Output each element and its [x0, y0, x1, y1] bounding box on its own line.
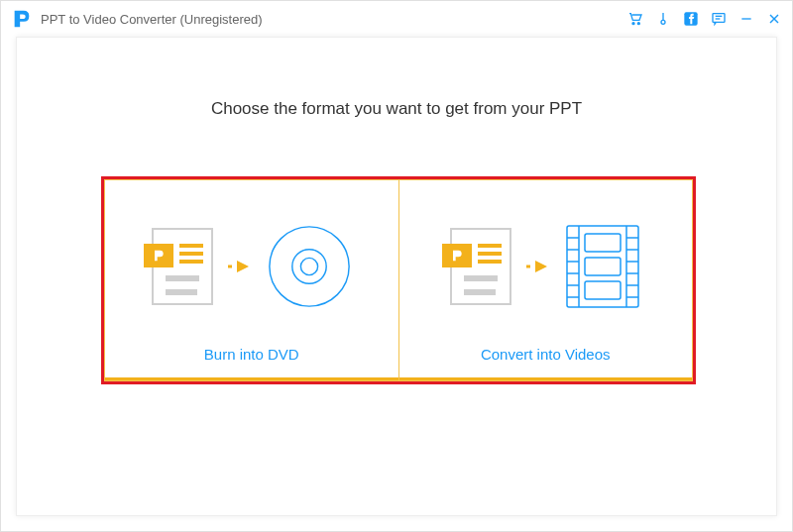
feedback-icon[interactable] [711, 11, 727, 27]
svg-point-0 [632, 23, 634, 25]
ppt-document-icon [152, 228, 213, 305]
svg-rect-4 [713, 14, 725, 23]
convert-video-card[interactable]: Convert into Videos [398, 179, 694, 381]
arrow-icon [525, 259, 551, 274]
instruction-heading: Choose the format you want to get from y… [17, 99, 776, 119]
app-title: PPT to Video Converter (Unregistered) [41, 12, 263, 27]
svg-rect-20 [585, 281, 621, 299]
close-button[interactable] [766, 11, 782, 27]
card-underline [105, 377, 398, 380]
svg-point-13 [300, 258, 317, 274]
titlebar: PPT to Video Converter (Unregistered) [1, 1, 792, 37]
convert-video-label: Convert into Videos [399, 332, 693, 380]
dvd-disc-icon [267, 224, 352, 309]
minimize-button[interactable] [738, 11, 754, 27]
thermometer-icon[interactable] [655, 11, 671, 27]
burn-dvd-label: Burn into DVD [105, 332, 398, 380]
app-logo-icon [11, 8, 33, 30]
burn-dvd-visual [105, 180, 398, 332]
video-film-icon [565, 224, 640, 309]
svg-rect-18 [585, 234, 621, 252]
card-underline [399, 377, 693, 380]
svg-point-11 [270, 226, 349, 305]
arrow-icon [227, 259, 253, 274]
convert-video-visual [399, 180, 693, 332]
facebook-icon[interactable] [683, 11, 699, 27]
svg-point-2 [661, 20, 665, 24]
titlebar-actions [627, 11, 782, 27]
burn-dvd-card[interactable]: Burn into DVD [104, 179, 398, 381]
svg-rect-19 [585, 258, 621, 275]
cart-icon[interactable] [627, 11, 643, 27]
format-cards-highlight: Burn into DVD [101, 176, 696, 384]
svg-point-1 [637, 23, 639, 25]
app-window: PPT to Video Converter (Unregistered) [0, 0, 793, 532]
svg-point-12 [292, 249, 326, 282]
main-panel: Choose the format you want to get from y… [16, 37, 777, 516]
ppt-document-icon [450, 228, 511, 305]
